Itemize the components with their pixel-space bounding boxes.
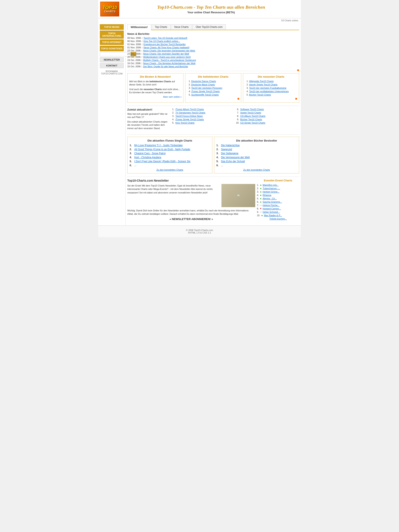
- eventim-box: Eventim Event Charts 1.▲Magnifico prä...…: [257, 179, 299, 221]
- footer: © 2006 Top10-Charts.com XHTML 1.0 & CSS …: [98, 226, 301, 237]
- news-link[interactable]: Neue Charts: Die teuersten Serienwagen d…: [143, 49, 195, 52]
- itunes-link[interactable]: My Love [Featuring T.I.] - Justin Timber…: [134, 144, 183, 147]
- bookmark: BOOKMARKTOP10-CHARTS.COM: [100, 70, 124, 75]
- chart-link[interactable]: Handy-Spiele Top10 Charts: [249, 83, 277, 86]
- updated-left: Zuletzt aktualisiert! Was hat sich gerad…: [127, 108, 169, 131]
- news-item: 23 Oct. 2006 :: Neue Charts: Die reichst…: [127, 52, 299, 55]
- itunes-link[interactable]: I Don't Feel Like Dancin' (Radio Edit) -…: [134, 160, 190, 163]
- list-item: 2.▲Tutanchamun -...: [257, 187, 299, 190]
- buecher-link[interactable]: Die Vermessung der Welt: [221, 156, 250, 159]
- chart-link[interactable]: Wikipedia Top10 Charts: [249, 80, 274, 82]
- newsletter-box: Top10-Charts.com Newsletter Sei der Erst…: [127, 179, 255, 221]
- buecher-link[interactable]: Die Habenichtse: [221, 144, 240, 147]
- news-link[interactable]: Top10 Listen: Top 10 Gründe und Herkunft: [144, 37, 187, 39]
- event-link[interactable]: Rihanna: [263, 194, 271, 196]
- chart-link[interactable]: Top10 der profitabelsten Unternehmen: [249, 90, 289, 93]
- news-link[interactable]: Erweiterung der Bücher Top10 Bestseller: [144, 43, 186, 45]
- buecher-link[interactable]: Der Gefangene: [221, 152, 238, 155]
- chart-link[interactable]: CD-Album Top10 Charts: [240, 115, 265, 117]
- tab-ueber[interactable]: Über Top10-Charts.com: [192, 24, 226, 30]
- sidebar-sonstiges-btn[interactable]: TOP10 SONSTIGES: [100, 46, 124, 51]
- updated-mid: 1.iTunes Album Top10 Charts 2.TV Sendung…: [171, 108, 234, 131]
- sidebar-unterhaltung-btn[interactable]: TOP10UNTERHALTUNG: [100, 31, 124, 39]
- sidebar-newsletter-btn[interactable]: NEWSLETTER: [100, 57, 124, 62]
- chart-link[interactable]: Spiele Top10 Charts: [240, 111, 261, 114]
- event-link[interactable]: Magnifico prä...: [263, 184, 278, 186]
- trend-up-icon: ▲: [260, 201, 262, 203]
- news-link[interactable]: Der Blog: Quelle für alle News und Beric…: [143, 65, 188, 68]
- neueste-box: Die neuesten Charts Wikipedia Top10 Char…: [243, 73, 299, 102]
- itunes-more-link[interactable]: Zu den kompletten Charts: [156, 169, 183, 171]
- event-link[interactable]: Howard Carpen...: [263, 207, 281, 210]
- rank: 4.: [257, 194, 259, 196]
- event-link[interactable]: Helene Fische...: [263, 204, 279, 207]
- sidebar-internet-btn[interactable]: TOP10 INTERNET: [100, 39, 124, 45]
- chart-link[interactable]: Deutsche Dance Charts: [191, 80, 216, 82]
- trend-up-icon: ▲: [260, 194, 262, 196]
- news-link[interactable]: Multiply Charts - Top10 in verschiedener…: [143, 59, 196, 61]
- buecher-more-link[interactable]: Zu den kompletten Charts: [243, 169, 270, 171]
- chart-link[interactable]: Top10 Focus-Online News: [175, 115, 203, 117]
- news-link[interactable]: Neue Charts: All-Time Kino Charts (weltw…: [144, 46, 189, 49]
- list-item: Deutsche Black Charts: [191, 83, 239, 86]
- chart-link[interactable]: Suchbegriffe Top10 Charts: [191, 94, 219, 96]
- tickets-link: Tickets buchen...: [257, 217, 299, 220]
- event-link[interactable]: Alegria - Cir...: [263, 197, 277, 200]
- logo-top10: TOP10: [102, 5, 117, 10]
- news-item: 15 Oct. 2006 :: Der Blog: Quelle für all…: [127, 65, 299, 68]
- news-link[interactable]: Wolkenkratzer Charts aus einer anderen S…: [143, 56, 191, 58]
- tabs: Willkommen! Top Charts Neue Charts Über …: [127, 24, 299, 30]
- besten-box: Die Besten & Neuesten! Wirf ein Blick in…: [127, 73, 183, 102]
- newsletter-heading: Top10-Charts.com Newsletter: [127, 179, 255, 182]
- trend-same-icon: —: [260, 211, 262, 213]
- sidebar-musik-btn[interactable]: TOP10 MUSIK: [100, 24, 124, 30]
- list-item: Handy-Spiele Top10 Charts: [249, 83, 297, 86]
- trend-up-icon: ▲: [261, 214, 263, 216]
- event-link[interactable]: Helge Schneid...: [263, 211, 280, 213]
- newsletter-subscribe: « NEWSLETTER ABONNIEREN! »: [127, 217, 255, 221]
- newsletter-image: 📰: [221, 184, 255, 207]
- news-heading: News & Berichte:: [127, 32, 299, 35]
- chart-link[interactable]: iTunes Single Top10 Charts: [175, 118, 204, 121]
- chart-link[interactable]: Kino Top10 Charts: [175, 121, 194, 124]
- chart-link[interactable]: Top10 der reichsten Fussballvereine: [249, 87, 286, 89]
- buecher-link[interactable]: Seegrund: [221, 148, 232, 151]
- chart-link[interactable]: CD-Single Top10 Charts: [240, 121, 265, 124]
- chart-link[interactable]: Bücher Top10 Charts: [249, 94, 271, 96]
- tickets-link-anchor[interactable]: Tickets buchen...: [269, 217, 287, 220]
- chart-link[interactable]: iTunes Album Top10 Charts: [175, 108, 204, 111]
- chart-link[interactable]: TV Sendungen Top10 Charts: [175, 111, 206, 114]
- event-link[interactable]: Max Raabe & P...: [264, 214, 282, 217]
- list-item: iTunes Single Top10 Charts: [191, 90, 239, 93]
- tab-willkommen[interactable]: Willkommen!: [127, 24, 151, 30]
- news-link[interactable]: Neue Charts: Die reichsten Sportler der …: [143, 52, 189, 55]
- itunes-link[interactable]: Chasing Cars - Snow Patrol: [134, 152, 166, 155]
- chart-link[interactable]: iTunes Single Top10 Charts: [191, 90, 220, 93]
- eventim-list: 1.▲Magnifico prä... 2.▲Tutanchamun -... …: [257, 184, 299, 217]
- rank: 8.: [257, 207, 259, 210]
- trend-up-icon: ▲: [260, 187, 262, 190]
- sidebar-kontakt-btn[interactable]: KONTAKT: [100, 63, 124, 68]
- tab-neue-charts[interactable]: Neue Charts: [171, 24, 192, 30]
- list-item: 4.Hurt - Christina Aguilera: [130, 156, 210, 159]
- beliebteste-box: Die beliebtesten Charts Deutsche Dance C…: [185, 73, 241, 102]
- chart-link[interactable]: Software Top10 Charts: [240, 108, 264, 111]
- itunes-link[interactable]: All Good Things (Come to an End) - Nelly…: [134, 148, 190, 151]
- event-link[interactable]: Sascha Gramme...: [263, 201, 282, 203]
- news-link[interactable]: Neue Charts - Die längsten Achterbahnen …: [143, 62, 195, 64]
- list-item: 5.▲Alegria - Cir...: [257, 197, 299, 200]
- news-link[interactable]: Kino Top 10 Charts endlich online...: [144, 40, 180, 42]
- newsletter-subscribe-link[interactable]: « NEWSLETTER ABONNIEREN! »: [169, 217, 213, 221]
- list-item: 4.iTunes Single Top10 Charts: [171, 118, 234, 121]
- tab-top-charts[interactable]: Top Charts: [152, 24, 171, 30]
- chart-link[interactable]: Deutsche Black Charts: [191, 83, 215, 86]
- event-link[interactable]: Tutanchamun -...: [263, 187, 280, 190]
- chart-link[interactable]: Top10 der reichsten Personen: [191, 87, 222, 89]
- chart-link[interactable]: Bücher Top10 Charts: [240, 118, 262, 121]
- itunes-link[interactable]: Hurt - Christina Aguilera: [134, 156, 161, 159]
- list-item: 7.—Helene Fische...: [257, 204, 299, 207]
- event-link[interactable]: Herbert Gröne...: [263, 190, 279, 193]
- buecher-link[interactable]: Das Echo der Schuld: [221, 160, 245, 163]
- besten-p1: Wirf ein Blick in die beliebtesten Chart…: [129, 80, 181, 87]
- itunes-box: Die aktuellen iTunes Single Charts 1.My …: [127, 137, 212, 173]
